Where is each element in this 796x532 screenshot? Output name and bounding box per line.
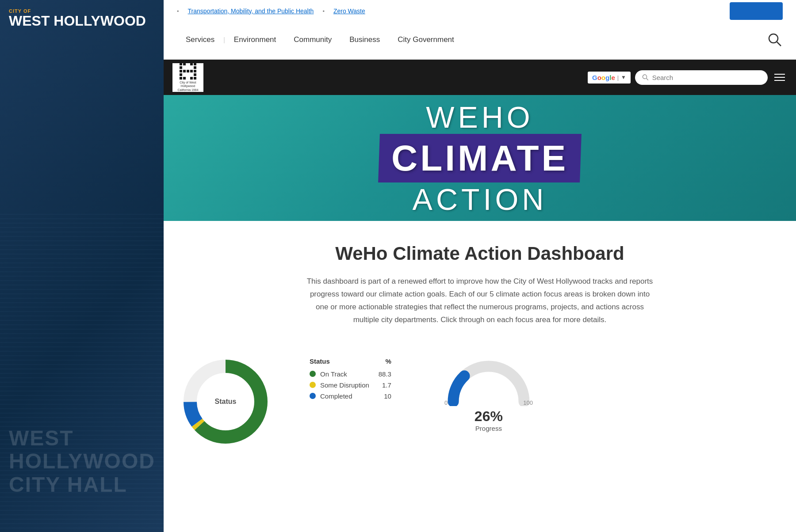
inner-nav-left: City of West Hollywood California 1984 (164, 63, 203, 92)
legend-header-percent: % (386, 357, 391, 365)
translate-dropdown-icon[interactable]: ▼ (621, 74, 626, 80)
sidebar-line2: CITY HALL (9, 473, 164, 497)
gauge-chart: 0 100 (444, 357, 533, 406)
legend-headers: Status % (310, 357, 391, 365)
hamburger-button[interactable] (772, 72, 787, 83)
pre-nav-link-zero-waste[interactable]: Zero Waste (333, 8, 365, 15)
completed-label: Completed (320, 392, 352, 400)
top-nav: Services | Environment Community Busines… (164, 20, 796, 60)
hero-climate: CLIMATE (391, 137, 568, 179)
svg-point-0 (769, 34, 778, 43)
gauge-max: 100 (523, 399, 533, 406)
pre-nav: • Transportation, Mobility, and the Publ… (164, 0, 796, 20)
gauge-chart-container: 0 100 26% Progress (444, 357, 533, 432)
weho-logo-area: CITY OF WEST HOLLYWOOD (9, 9, 146, 28)
gauge-svg (444, 357, 533, 406)
completed-value: 10 (374, 392, 391, 400)
gauge-title: Progress (475, 425, 503, 432)
hero-banner: WEHO CLIMATE ACTION (164, 95, 796, 221)
pre-nav-link-transportation[interactable]: Transportation, Mobility, and the Public… (188, 8, 314, 15)
chart-legend: Status % On Track 88.3 Some Disruption 1… (310, 357, 391, 403)
donut-chart: Status (181, 357, 270, 446)
legend-header-status: Status (310, 357, 330, 365)
search-input[interactable] (652, 74, 761, 81)
legend-item-disruption: Some Disruption 1.7 (310, 381, 391, 389)
legend-item-on-track: On Track 88.3 (310, 370, 391, 378)
nav-links: Services | Environment Community Busines… (177, 31, 463, 49)
disruption-label: Some Disruption (320, 381, 369, 389)
main-content: • Transportation, Mobility, and the Publ… (164, 0, 796, 532)
nav-community[interactable]: Community (285, 31, 341, 49)
svg-line-3 (647, 78, 648, 80)
translate-divider: | (617, 74, 619, 81)
logo-city-name: City of West Hollywood California 1984 (175, 81, 201, 92)
gauge-label: 26% Progress (475, 408, 503, 432)
nav-city-government[interactable]: City Government (389, 31, 463, 49)
on-track-value: 88.3 (374, 370, 391, 378)
bullet2: • (322, 8, 325, 15)
inner-nav-right: Google | ▼ (588, 70, 796, 85)
hero-climate-box: CLIMATE (378, 134, 582, 182)
hamburger-line1 (774, 74, 785, 75)
nav-right (767, 32, 783, 48)
completed-dot (310, 393, 316, 399)
on-track-dot (310, 371, 316, 377)
sidebar-city-hall-text: WEST HOLLYWOOD CITY HALL (9, 427, 164, 497)
sidebar-line1: WEST HOLLYWOOD (9, 427, 164, 474)
search-bar[interactable] (635, 70, 768, 85)
google-translate[interactable]: Google | ▼ (588, 72, 631, 84)
svg-point-2 (643, 75, 647, 79)
dashboard-section: WeHo Climate Action Dashboard This dashb… (164, 221, 796, 357)
google-g-icon: Google (592, 74, 615, 81)
nav-services[interactable]: Services (177, 31, 223, 49)
gauge-min: 0 (444, 399, 448, 406)
on-track-label: On Track (320, 370, 347, 378)
nav-business[interactable]: Business (341, 31, 389, 49)
hero-weho: WEHO (379, 102, 581, 132)
donut-chart-container: Status (181, 357, 270, 446)
gauge-percent: 26% (475, 408, 503, 425)
hero-content: WEHO CLIMATE ACTION (379, 102, 581, 214)
donut-center-label: Status (215, 398, 237, 406)
charts-section: Status Status % On Track 88.3 Some Disru… (164, 357, 796, 464)
disruption-dot (310, 382, 316, 388)
inner-nav: City of West Hollywood California 1984 G… (164, 60, 796, 95)
dashboard-title: WeHo Climate Action Dashboard (190, 243, 769, 264)
hamburger-line3 (774, 80, 785, 81)
nav-environment[interactable]: Environment (225, 31, 285, 49)
city-name-label: WEST HOLLYWOOD (9, 14, 146, 28)
bullet1: • (177, 8, 179, 15)
hamburger-line2 (774, 77, 785, 78)
search-icon-inner (642, 74, 649, 81)
hero-action: ACTION (379, 184, 581, 214)
legend-item-completed: Completed 10 (310, 392, 391, 400)
dashboard-description: This dashboard is part of a renewed effo… (303, 275, 657, 327)
disruption-value: 1.7 (374, 381, 391, 389)
search-icon-nav[interactable] (767, 32, 783, 48)
left-sidebar: CITY OF WEST HOLLYWOOD WEST HOLLYWOOD CI… (0, 0, 164, 532)
weho-small-logo[interactable]: City of West Hollywood California 1984 (172, 63, 203, 92)
svg-line-1 (777, 42, 781, 46)
